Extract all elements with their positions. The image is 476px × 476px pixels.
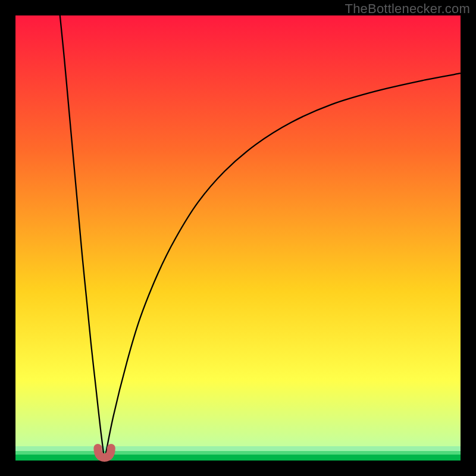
curve-layer <box>15 15 461 461</box>
watermark-text: TheBottlenecker.com <box>345 1 470 17</box>
svg-rect-0 <box>15 446 461 451</box>
curve-right-branch <box>105 73 461 461</box>
svg-rect-2 <box>15 455 461 461</box>
chart-frame: TheBottlenecker.com <box>0 0 476 476</box>
svg-rect-1 <box>15 451 461 455</box>
green-baseline-band <box>15 446 461 461</box>
curve-left-branch <box>60 15 105 461</box>
